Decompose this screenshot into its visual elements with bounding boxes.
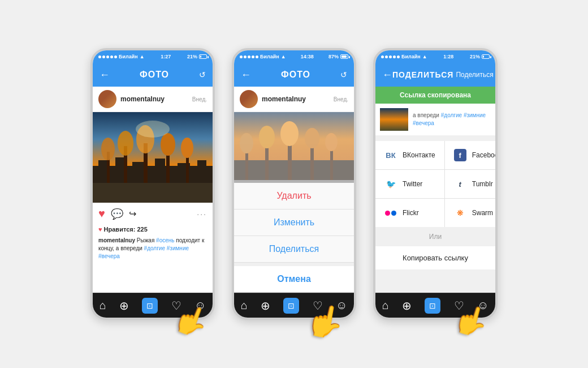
camera-icon-2[interactable]: ⊡ [283, 298, 299, 314]
vkontakte-item[interactable]: ВК ВКонтакте [375, 141, 444, 169]
user-info-1: momentalnuy [98, 90, 165, 108]
signal-1 [98, 55, 117, 58]
refresh-button-1[interactable]: ↺ [199, 70, 206, 79]
edit-item-2[interactable]: Изменить [234, 209, 354, 236]
photo-2 [234, 112, 354, 180]
svg-rect-6 [155, 159, 165, 183]
home-icon-3[interactable]: ⌂ [382, 299, 389, 312]
tag-winter[interactable]: #зимние [167, 245, 189, 251]
time-ago-1: Внед. [192, 96, 207, 102]
share-text-3: а впереди #долгие #зимние #вечера [413, 112, 491, 127]
username-2: momentalnuy [262, 95, 306, 103]
svg-rect-21 [234, 160, 354, 180]
back-button-2[interactable]: ← [241, 69, 251, 81]
avatar-inner-1 [98, 90, 116, 108]
username-1: momentalnuy [120, 95, 165, 103]
copied-banner-3: Ссылка скопирована [375, 87, 495, 104]
action-icons-1: ♥ 💬 ↪ [98, 207, 136, 220]
wifi-2: ▲ [281, 54, 286, 59]
swarm-item[interactable]: ❋ Swarm [445, 199, 498, 227]
like-button-1[interactable]: ♥ [98, 207, 105, 220]
user-info-2: momentalnuy [240, 90, 306, 108]
status-right-2: 87% [328, 54, 348, 59]
more-button-1[interactable]: ··· [197, 209, 207, 219]
signal-3 [381, 55, 400, 58]
facebook-item[interactable]: f Facebook [445, 141, 498, 169]
twitter-label: Twitter [403, 180, 422, 188]
nav-bar-2: ← ФОТО ↺ [234, 63, 354, 87]
dot1 [98, 55, 101, 58]
avatar-inner-2 [240, 90, 258, 108]
twitter-item[interactable]: 🐦 Twitter [375, 170, 444, 198]
time-1: 1:27 [161, 54, 171, 59]
home-icon-2[interactable]: ⌂ [241, 299, 248, 312]
delete-item-2[interactable]: Удалить [234, 183, 354, 209]
back-button-1[interactable]: ← [100, 69, 110, 81]
wifi-1: ▲ [140, 54, 145, 59]
tag-long[interactable]: #долгие [144, 245, 165, 251]
search-icon-1[interactable]: ⊕ [119, 299, 129, 313]
time-ago-2: Внед. [334, 96, 348, 102]
share-item-2[interactable]: Поделиться [234, 236, 354, 263]
battery-icon-1 [199, 54, 207, 59]
search-icon-3[interactable]: ⊕ [402, 299, 412, 313]
status-right-1: 21% [187, 54, 207, 59]
back-button-3[interactable]: ← [382, 69, 392, 81]
tumblr-label: Tumblr [472, 180, 493, 188]
nav-title-group-3: ПОДЕЛИТЬСЯ Поделиться [392, 70, 494, 79]
time-2: 14:38 [301, 54, 314, 59]
swarm-label: Swarm [472, 209, 493, 217]
svg-rect-4 [115, 157, 124, 183]
phone-1-frame: Билайн ▲ 1:27 21% ← ФОТО ↺ [90, 48, 215, 320]
caption-1: momentalnuy Рыжая #осень подходит к конц… [93, 235, 213, 264]
tumblr-icon: t [454, 178, 466, 190]
phone-2: Билайн ▲ 14:38 87% ← ФОТО ↺ [232, 48, 356, 320]
likes-row-1: ♥ Нравится: 225 [93, 222, 213, 235]
refresh-button-2[interactable]: ↺ [340, 70, 347, 79]
signal-2 [240, 55, 258, 58]
nav-title-3: ПОДЕЛИТЬСЯ [392, 70, 453, 79]
or-divider-3: Или [375, 227, 495, 246]
tumblr-item[interactable]: t Tumblr [445, 170, 498, 198]
twitter-icon: 🐦 [384, 178, 397, 190]
svg-point-27 [280, 121, 299, 146]
status-bar-3: Билайн ▲ 1:28 21% [375, 50, 495, 63]
phone-3-frame: Билайн ▲ 1:28 21% ← ПОДЕЛИТЬСЯ Поделитьс… [373, 48, 498, 320]
comment-button-1[interactable]: 💬 [111, 208, 123, 220]
status-left-3: Билайн ▲ [381, 54, 427, 59]
photo-svg-2 [234, 112, 354, 180]
carrier-2: Билайн [260, 54, 279, 59]
nav-bar-1: ← ФОТО ↺ [93, 63, 213, 87]
svg-point-10 [101, 138, 115, 160]
search-icon-2[interactable]: ⊕ [261, 299, 270, 313]
caption-text-1: Рыжая [137, 237, 156, 243]
battery-fill-3 [483, 55, 484, 58]
phone-3: Билайн ▲ 1:28 21% ← ПОДЕЛИТЬСЯ Поделитьс… [373, 48, 498, 320]
share-thumb-3 [380, 108, 408, 131]
tag-autumn[interactable]: #осень [156, 237, 174, 243]
popup-menu-2: Удалить Изменить Поделиться Отмена [234, 183, 354, 293]
camera-icon-1[interactable]: ⊡ [142, 298, 158, 314]
svg-rect-2 [93, 166, 213, 183]
phone-2-frame: Билайн ▲ 14:38 87% ← ФОТО ↺ [232, 48, 356, 320]
home-icon-1[interactable]: ⌂ [100, 299, 106, 312]
copy-link-button-3[interactable]: Копировать ссылку [375, 246, 495, 269]
share-preview-3: а впереди #долгие #зимние #вечера [375, 104, 495, 135]
svg-rect-1 [93, 180, 213, 203]
svg-point-19 [136, 121, 170, 138]
dot4 [110, 55, 113, 58]
phone-1: Билайн ▲ 1:27 21% ← ФОТО ↺ [90, 48, 215, 320]
facebook-icon: f [454, 149, 466, 161]
hand-cursor-2: 👆 [303, 300, 348, 343]
nav-action-3[interactable]: Поделиться [456, 71, 493, 79]
flickr-item[interactable]: Flickr [375, 199, 444, 227]
nav-title-1: ФОТО [140, 70, 169, 80]
cancel-item-2[interactable]: Отмена [234, 263, 354, 293]
dot3 [106, 55, 109, 58]
camera-icon-3[interactable]: ⊡ [425, 298, 440, 314]
heart-icon-1: ♥ [98, 226, 102, 233]
tag-evenings[interactable]: #вечера [98, 253, 120, 259]
share-button-1[interactable]: ↪ [129, 208, 136, 219]
svg-point-25 [259, 126, 275, 148]
status-left-2: Билайн ▲ [240, 54, 286, 59]
